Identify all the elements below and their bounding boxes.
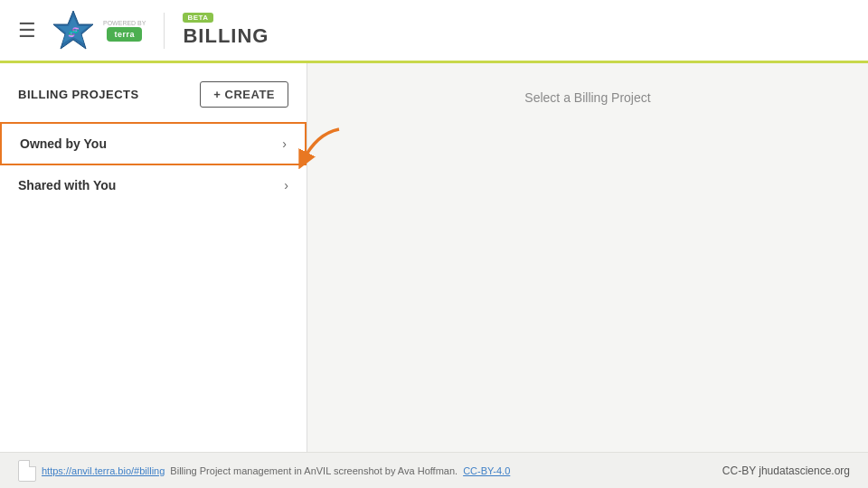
app-header: ☰ 🧬 POWERED BY terra BETA BILLING [0, 0, 868, 63]
owned-by-you-label: Owned by You [20, 136, 107, 151]
sidebar-item-owned-by-you[interactable]: Owned by You › [0, 122, 307, 165]
right-panel: Select a Billing Project [307, 63, 868, 452]
chevron-right-icon: › [282, 136, 287, 151]
billing-title-area: BETA BILLING [183, 13, 269, 48]
footer-link[interactable]: https://anvil.terra.bio/#billing [42, 465, 165, 476]
footer-description: Billing Project management in AnVIL scre… [170, 465, 458, 476]
footer-left: https://anvil.terra.bio/#billing Billing… [18, 460, 510, 482]
footer-license-owner: CC-BY jhudatascience.org [722, 465, 850, 477]
header-divider [164, 13, 165, 49]
footer-license-link[interactable]: CC-BY-4.0 [463, 465, 510, 476]
anvil-logo: 🧬 [51, 8, 96, 53]
create-button[interactable]: + CREATE [200, 81, 288, 108]
powered-by-text: POWERED BY [103, 20, 146, 26]
main-content: BILLING PROJECTS + CREATE Owned by You ›… [0, 63, 868, 452]
terra-badge-area: POWERED BY terra [103, 20, 146, 42]
shared-with-you-label: Shared with You [18, 178, 116, 192]
sidebar-item-shared-with-you[interactable]: Shared with You › [0, 165, 307, 205]
terra-badge: terra [107, 27, 142, 42]
svg-text:🧬: 🧬 [68, 26, 80, 38]
beta-badge: BETA [183, 13, 212, 23]
sidebar-header: BILLING PROJECTS + CREATE [0, 81, 307, 122]
menu-icon[interactable]: ☰ [18, 21, 36, 41]
footer: https://anvil.terra.bio/#billing Billing… [0, 452, 868, 488]
chevron-right-icon-shared: › [284, 178, 288, 192]
paper-icon [18, 460, 36, 482]
sidebar: BILLING PROJECTS + CREATE Owned by You ›… [0, 63, 307, 452]
logo-area: 🧬 POWERED BY terra [51, 8, 146, 53]
billing-title: BILLING [183, 24, 269, 48]
select-billing-placeholder: Select a Billing Project [524, 90, 650, 105]
billing-projects-label: BILLING PROJECTS [18, 88, 139, 101]
